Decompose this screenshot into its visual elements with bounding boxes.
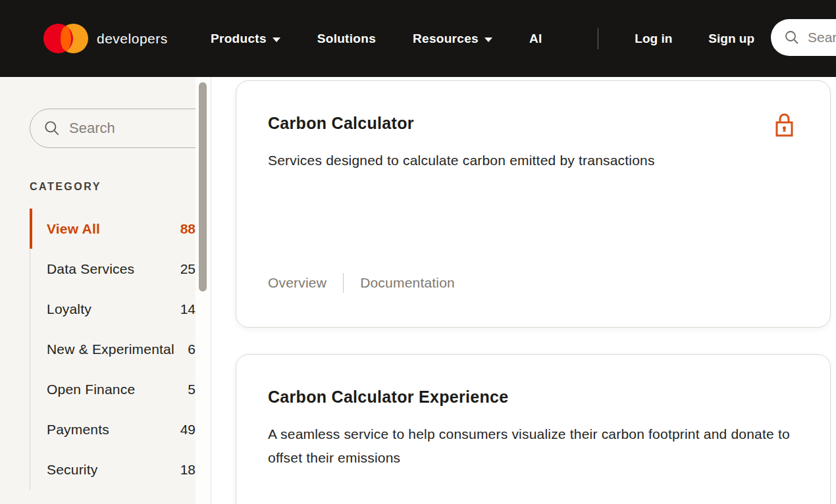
category-count: 25 — [180, 261, 196, 277]
category-count: 14 — [180, 301, 196, 317]
sidebar-scrollbar-thumb[interactable] — [199, 82, 207, 291]
main-nav: Products Solutions Resources AI — [211, 0, 542, 77]
category-count: 6 — [188, 341, 196, 357]
nav-products[interactable]: Products — [211, 32, 280, 46]
category-item-new-experimental[interactable]: New & Experimental 6 — [30, 329, 196, 369]
header-search-input[interactable] — [808, 30, 836, 45]
nav-ai[interactable]: AI — [529, 32, 542, 46]
lock-icon — [775, 113, 793, 140]
signup-link[interactable]: Sign up — [708, 32, 754, 46]
category-item-view-all[interactable]: View All 88 — [30, 209, 196, 249]
category-item-payments[interactable]: Payments 49 — [30, 409, 196, 449]
search-icon — [784, 30, 800, 45]
category-count: 18 — [180, 462, 196, 478]
documentation-link[interactable]: Documentation — [360, 275, 455, 291]
header-search-pill[interactable] — [771, 19, 836, 56]
category-item-data-services[interactable]: Data Services 25 — [30, 249, 196, 289]
api-card-carbon-calculator[interactable]: Carbon Calculator Services designed to c… — [236, 80, 831, 328]
category-item-security[interactable]: Security 18 — [30, 449, 196, 490]
header-auth-group: Log in Sign up — [598, 0, 754, 77]
top-navbar: developers Products Solutions Resources … — [0, 0, 836, 77]
header-divider — [598, 28, 598, 49]
card-description: Services designed to calculate carbon em… — [268, 149, 798, 172]
api-card-carbon-calculator-experience[interactable]: Carbon Calculator Experience A seamless … — [236, 354, 831, 504]
logo-overlap — [61, 26, 71, 51]
sidebar-scrollbar-track[interactable] — [196, 77, 211, 504]
card-title: Carbon Calculator — [268, 114, 798, 133]
category-list: View All 88 Data Services 25 Loyalty 14 … — [30, 209, 196, 490]
login-link[interactable]: Log in — [635, 32, 672, 46]
nav-solutions[interactable]: Solutions — [317, 32, 376, 46]
brand-name: developers — [97, 31, 168, 47]
category-count: 5 — [188, 382, 196, 397]
mastercard-logo-icon — [43, 24, 88, 53]
category-count: 88 — [180, 221, 196, 237]
overview-link[interactable]: Overview — [268, 275, 327, 291]
search-icon — [43, 120, 61, 137]
card-title: Carbon Calculator Experience — [268, 388, 798, 407]
category-heading: CATEGORY — [30, 181, 101, 193]
nav-resources[interactable]: Resources — [413, 32, 492, 46]
sidebar-search-input[interactable] — [69, 120, 188, 137]
card-links: Overview Documentation — [268, 273, 798, 293]
chevron-down-icon — [484, 38, 492, 42]
category-item-open-finance[interactable]: Open Finance 5 — [30, 369, 196, 409]
filter-sidebar: CATEGORY View All 88 Data Services 25 Lo… — [0, 77, 211, 504]
chevron-down-icon — [273, 38, 280, 42]
sidebar-search-pill[interactable] — [30, 109, 196, 148]
links-divider — [343, 273, 344, 293]
category-item-loyalty[interactable]: Loyalty 14 — [30, 289, 196, 329]
brand-logo[interactable]: developers — [43, 24, 168, 53]
results-panel: Carbon Calculator Services designed to c… — [212, 77, 836, 504]
card-description: A seamless service to help consumers vis… — [268, 422, 798, 470]
category-count: 49 — [180, 422, 196, 438]
